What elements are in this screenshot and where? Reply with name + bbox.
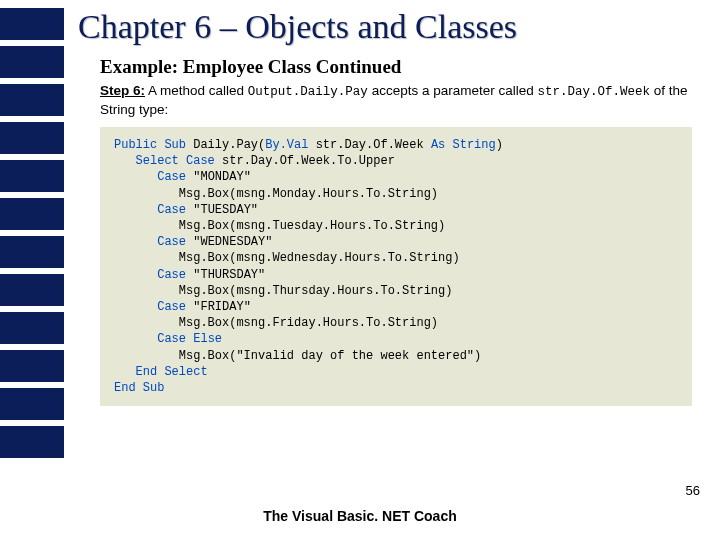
example-title: Example: Employee Class Continued — [100, 56, 700, 78]
page-number: 56 — [686, 483, 700, 498]
sidebar-block — [0, 236, 64, 268]
sidebar-block — [0, 46, 64, 78]
sidebar-block — [0, 350, 64, 382]
sidebar-block — [0, 84, 64, 116]
sidebar-block — [0, 426, 64, 458]
code-block: Public Sub Daily.Pay(By.Val str.Day.Of.W… — [100, 127, 692, 406]
sidebar-decoration — [0, 0, 64, 540]
step-code-2: str.Day.Of.Week — [537, 85, 650, 99]
sidebar-block — [0, 198, 64, 230]
sidebar-block — [0, 8, 64, 40]
step-description: Step 6: A method called Output.Daily.Pay… — [100, 82, 700, 119]
step-code-1: Output.Daily.Pay — [248, 85, 368, 99]
step-label: Step 6: — [100, 83, 145, 98]
step-text-2: accepts a parameter called — [368, 83, 538, 98]
step-text-1: A method called — [145, 83, 248, 98]
footer-text: The Visual Basic. NET Coach — [0, 508, 720, 524]
sidebar-block — [0, 122, 64, 154]
sidebar-block — [0, 312, 64, 344]
sidebar-block — [0, 160, 64, 192]
sidebar-block — [0, 274, 64, 306]
slide-content: Chapter 6 – Objects and Classes Example:… — [74, 0, 720, 406]
chapter-title: Chapter 6 – Objects and Classes — [78, 8, 700, 46]
sidebar-block — [0, 388, 64, 420]
